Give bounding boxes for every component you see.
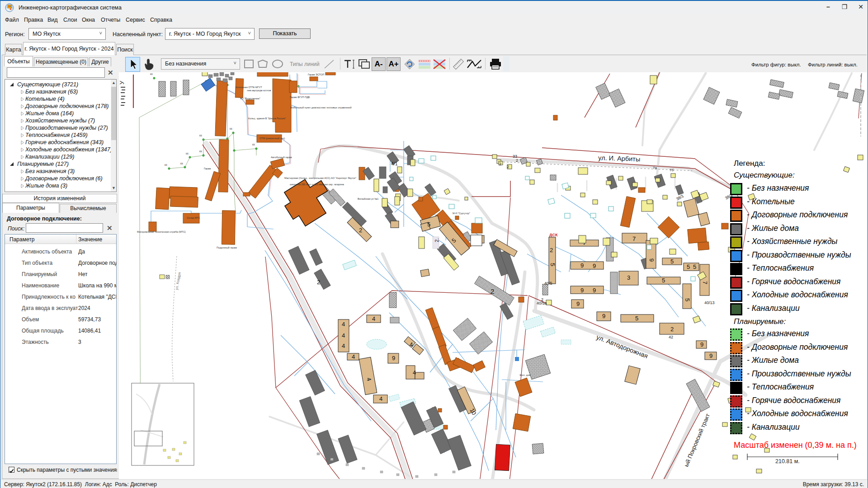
svg-text:5: 5	[635, 315, 638, 322]
svg-text:М-Н "Сургутор": М-Н "Сургутор"	[453, 212, 470, 215]
svg-text:9: 9	[593, 287, 596, 294]
svg-text:КК: КК	[186, 152, 189, 155]
svg-text:ОТМ (ремонтный цех): ОТМ (ремонтный цех)	[259, 137, 285, 140]
svg-text:2: 2	[317, 279, 320, 286]
svg-text:40/13: 40/13	[704, 300, 715, 305]
svg-text:5: 5	[549, 263, 556, 266]
svg-text:Жил. дом: Жил. дом	[519, 374, 531, 376]
svg-text:4: 4	[342, 343, 345, 349]
svg-text:Мобильный пункт диагностики те: Мобильный пункт диагностики тепловых отр…	[290, 106, 351, 109]
svg-text:9: 9	[580, 287, 584, 294]
svg-text:5: 5	[684, 298, 691, 301]
svg-text:7: 7	[702, 281, 708, 284]
svg-text:9: 9	[580, 262, 584, 269]
svg-text:2.: 2.	[434, 238, 439, 242]
svg-text:КК: КК	[150, 73, 153, 75]
svg-text:2: 2	[507, 164, 509, 169]
svg-text:4: 4	[379, 395, 382, 402]
svg-text:Гараж ФГУП ПДБ: Гараж ФГУП ПДБ	[290, 96, 310, 99]
svg-text:42: 42	[669, 335, 673, 339]
svg-text:Подрезный гараж: Подрезный гараж	[217, 246, 237, 249]
svg-text:7а: 7а	[653, 166, 657, 170]
svg-text:5: 5	[687, 263, 690, 270]
svg-text:АО "Водружение": АО "Водружение"	[240, 97, 260, 100]
svg-text:4: 4	[342, 332, 345, 339]
svg-text:9: 9	[593, 263, 596, 269]
svg-text:КК: КК	[199, 150, 202, 153]
svg-text:7: 7	[632, 235, 636, 242]
svg-text:2: 2	[541, 297, 543, 302]
svg-text:7б: 7б	[670, 168, 674, 172]
svg-text:2: 2	[499, 162, 501, 166]
svg-text:Автобусный гараж: Автобусный гараж	[271, 156, 292, 159]
svg-text:9: 9	[648, 258, 655, 262]
svg-text:КК: КК	[199, 134, 202, 137]
svg-text:школа на 330 мест и 1х1 кварта: школа на 330 мест и 1х1 квартал окр. гаг…	[290, 183, 344, 186]
svg-text:5: 5	[662, 277, 665, 284]
svg-text:5: 5	[693, 263, 696, 270]
svg-text:9: 9	[700, 341, 703, 348]
svg-text:2: 2	[550, 247, 553, 253]
svg-text:4: 4	[413, 369, 416, 376]
svg-text:КК: КК	[180, 162, 183, 165]
svg-text:5: 5	[670, 258, 674, 265]
svg-text:Гараж: Гараж	[204, 167, 211, 170]
svg-text:4: 4	[372, 315, 375, 322]
svg-text:4: 4	[352, 353, 355, 360]
svg-text:9: 9	[709, 352, 712, 359]
svg-text:4: 4	[410, 341, 413, 348]
svg-text:ул. Ковдря: ул. Ковдря	[175, 272, 182, 291]
svg-text:Вилюйская ул №1: Вилюйская ул №1	[358, 197, 378, 200]
svg-text:КК: КК	[230, 127, 232, 130]
svg-text:Мастерская (Склад - контрольна: Мастерская (Склад - контрольная АСС) АО …	[284, 177, 356, 179]
svg-text:КК: КК	[252, 143, 255, 146]
svg-text:9: 9	[392, 355, 395, 361]
svg-text:Склад МТС: Склад МТС	[187, 216, 200, 219]
svg-text:4/1: 4/1	[391, 161, 398, 166]
svg-text:лев.картридж котлов: лев.картридж котлов	[247, 89, 271, 92]
svg-text:Кольц. здания В "Школа России": Кольц. здания В "Школа России"	[248, 117, 286, 120]
svg-text:2: 2	[516, 158, 518, 163]
svg-text:9: 9	[602, 313, 605, 319]
svg-text:КК: КК	[165, 164, 167, 166]
svg-text:3: 3	[627, 274, 630, 281]
svg-text:2: 2	[670, 326, 674, 333]
svg-text:Котельная СГПК-МГУТ: Котельная СГПК-МГУТ	[236, 86, 262, 89]
svg-text:5: 5	[427, 221, 430, 228]
svg-text:Гараж ЭСТОП: Гараж ЭСТОП	[308, 73, 324, 76]
svg-text:2: 2	[491, 287, 494, 295]
svg-text:40/5: 40/5	[544, 281, 552, 286]
svg-text:У: У	[119, 80, 125, 84]
svg-text:ул. И. Арбиты: ул. И. Арбиты	[598, 154, 641, 163]
svg-text:ый Покровский тракт: ый Покровский тракт	[683, 413, 711, 468]
svg-text:ДСК: ДСК	[549, 233, 558, 237]
svg-text:2: 2	[359, 227, 362, 234]
svg-text:Материальная техническая служб: Материальная техническая служба (МТС)	[137, 230, 186, 233]
svg-text:9: 9	[576, 300, 580, 307]
svg-text:ул. Автодорожная: ул. Автодорожная	[595, 333, 649, 360]
svg-text:38/1: 38/1	[675, 193, 684, 201]
svg-text:4: 4	[342, 321, 345, 328]
